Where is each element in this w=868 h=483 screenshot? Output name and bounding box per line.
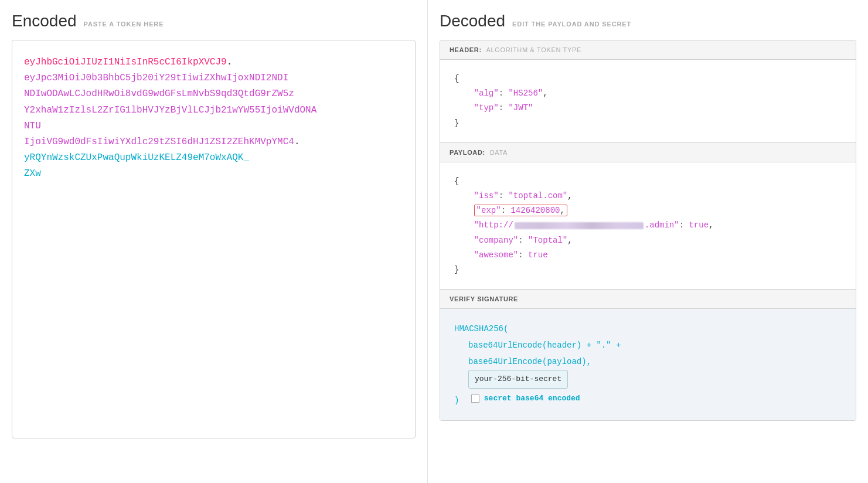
decoded-title: Decoded EDIT THE PAYLOAD AND SECRET: [440, 12, 856, 30]
verify-checkbox-row: secret base64 encoded: [471, 391, 580, 406]
header-typ-colon: :: [499, 103, 509, 113]
header-label: HEADER:: [450, 46, 482, 53]
payload-awesome-key: "awesome": [474, 250, 519, 260]
encoded-title-text: Encoded: [12, 12, 77, 30]
header-section-body[interactable]: { "alg": "HS256", "typ": "JWT" }: [440, 60, 856, 143]
header-alg-colon: :: [499, 89, 509, 98]
verify-checkbox[interactable]: [471, 394, 479, 403]
verify-line2: base64UrlEncode(payload),: [454, 357, 591, 366]
verify-line1: base64UrlEncode(header) + "." +: [454, 341, 621, 350]
token-part1: eyJhbGciOiJIUzI1NiIsInR5cCI6IkpXVCJ9: [24, 57, 227, 67]
token-part3-line2: ZXw: [24, 168, 41, 179]
payload-company-colon: :: [518, 236, 528, 245]
payload-awesome-colon: :: [518, 250, 528, 260]
header-open-brace: {: [454, 74, 459, 83]
token-part2-line5: IjoiVG9wd0dFsIiwiYXdlc29tZSI6dHJ1ZSI2ZEh…: [24, 137, 294, 147]
payload-section-header: PAYLOAD: DATA: [440, 143, 856, 162]
header-typ-val: "JWT": [508, 103, 533, 113]
header-alg-val: "HS256": [508, 89, 543, 98]
verify-label: VERIFY SIGNATURE: [450, 295, 518, 302]
encoded-box[interactable]: eyJhbGciOiJIUzI1NiIsInR5cCI6IkpXVCJ9. ey…: [12, 40, 416, 438]
verify-checkbox-label: secret base64 encoded: [484, 391, 580, 406]
payload-http-key: "http://: [474, 220, 513, 230]
payload-exp-comma: ,: [560, 206, 564, 215]
payload-close-brace: }: [454, 265, 459, 274]
payload-admin-val: true: [689, 220, 709, 230]
verify-secret-input[interactable]: your-256-bit-secret: [468, 370, 568, 389]
token-part2-line4: NTU: [24, 121, 41, 131]
payload-iss-key: "iss": [474, 191, 499, 200]
payload-iss-comma: ,: [567, 191, 572, 200]
token-part2-line3: Y2xhaW1zIzlsL2ZrIG1lbHVJYzBjVlLCJjb21wYW…: [24, 105, 316, 115]
verify-close: ): [454, 396, 459, 405]
token-dot1: .: [227, 57, 233, 67]
verify-section-header: VERIFY SIGNATURE: [440, 290, 856, 309]
encoded-panel: Encoded PASTE A TOKEN HERE eyJhbGciOiJIU…: [0, 0, 428, 483]
decoded-sections: HEADER: ALGORITHM & TOKEN TYPE { "alg": …: [440, 40, 856, 421]
payload-iss-colon: :: [499, 191, 509, 200]
payload-label: PAYLOAD:: [450, 149, 485, 156]
decoded-subtitle: EDIT THE PAYLOAD AND SECRET: [512, 21, 631, 28]
decoded-panel: Decoded EDIT THE PAYLOAD AND SECRET HEAD…: [428, 0, 868, 483]
verify-func: HMACSHA256(: [454, 324, 508, 334]
payload-open-brace: {: [454, 176, 459, 186]
payload-sub: DATA: [490, 149, 508, 156]
verify-line1-text: base64UrlEncode(header) + "." +: [468, 341, 621, 350]
verify-secret-indent: your-256-bit-secret: [454, 374, 568, 383]
header-alg-comma: ,: [543, 89, 547, 98]
payload-admin-key: .admin": [645, 220, 679, 230]
header-section-header: HEADER: ALGORITHM & TOKEN TYPE: [440, 40, 856, 60]
header-typ-key: "typ": [474, 103, 499, 113]
token-dot2: .: [294, 137, 300, 147]
token-part2-line1: eyJpc3MiOiJ0b3BhbC5jb20iY29tIiwiZXhwIjox…: [24, 73, 288, 83]
payload-exp-highlight: "exp": 1426420800,: [474, 205, 567, 216]
payload-exp-val: 1426420800: [510, 206, 560, 215]
payload-admin-comma: ,: [709, 220, 713, 230]
header-alg-key: "alg": [474, 89, 499, 98]
payload-exp-key: "exp": [476, 206, 501, 215]
header-sub: ALGORITHM & TOKEN TYPE: [486, 46, 581, 53]
verify-line2-text: base64UrlEncode(payload),: [468, 357, 591, 366]
payload-exp-colon: :: [501, 206, 511, 215]
payload-company-key: "company": [474, 236, 519, 245]
token-part3-line1: yRQYnWzskCZUxPwaQupWkiUzKELZ49eM7oWxAQK_: [24, 152, 249, 163]
encoded-subtitle: PASTE A TOKEN HERE: [84, 21, 164, 28]
payload-iss-val: "toptal.com": [508, 191, 567, 200]
decoded-title-text: Decoded: [440, 12, 505, 30]
payload-company-comma: ,: [567, 236, 572, 245]
token-part2-line2: NDIwODAwLCJodHRwOi8vdG9wdGFsLmNvbS9qd3Qt…: [24, 89, 294, 99]
payload-section-body[interactable]: { "iss": "toptal.com", "exp": 1426420800…: [440, 162, 856, 290]
payload-awesome-val: true: [528, 250, 548, 260]
verify-section-body[interactable]: HMACSHA256( base64UrlEncode(header) + ".…: [440, 309, 856, 420]
payload-admin-colon: :: [679, 220, 689, 230]
payload-company-val: "Toptal": [528, 236, 567, 245]
header-close-brace: }: [454, 118, 459, 128]
payload-url-blurred: [515, 222, 644, 229]
encoded-title: Encoded PASTE A TOKEN HERE: [12, 12, 427, 30]
